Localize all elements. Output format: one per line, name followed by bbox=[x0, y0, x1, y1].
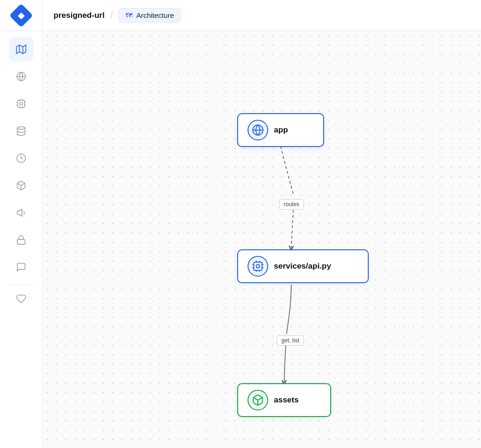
globe-icon bbox=[16, 71, 26, 82]
sidebar-item-megaphone[interactable] bbox=[9, 201, 33, 225]
svg-marker-0 bbox=[16, 45, 25, 54]
cpu-node-icon bbox=[252, 260, 264, 272]
heart-icon bbox=[16, 294, 26, 304]
node-app[interactable]: app bbox=[237, 113, 324, 147]
sidebar-item-cpu[interactable] bbox=[9, 92, 33, 116]
app-label: app bbox=[274, 125, 288, 135]
map-icon bbox=[16, 44, 26, 54]
logo-icon: ◆ bbox=[18, 10, 24, 21]
lock-icon bbox=[16, 235, 26, 245]
node-assets[interactable]: assets bbox=[237, 383, 331, 417]
tab-map-icon: 🗺 bbox=[125, 11, 132, 19]
svg-line-19 bbox=[280, 146, 294, 195]
svg-rect-6 bbox=[17, 100, 24, 108]
svg-rect-18 bbox=[17, 239, 25, 244]
sidebar: ◆ bbox=[0, 0, 42, 448]
tab-label: Architecture bbox=[136, 11, 174, 19]
megaphone-icon bbox=[16, 208, 26, 218]
sidebar-item-heart[interactable] bbox=[9, 290, 33, 315]
sidebar-nav bbox=[0, 31, 42, 448]
sidebar-item-globe[interactable] bbox=[9, 64, 33, 89]
svg-rect-23 bbox=[256, 265, 260, 268]
cpu-icon bbox=[16, 99, 26, 109]
svg-rect-5 bbox=[20, 102, 23, 105]
chat-icon bbox=[16, 262, 26, 272]
box-node-icon bbox=[252, 394, 264, 406]
sidebar-item-lock[interactable] bbox=[9, 228, 33, 252]
node-api[interactable]: services/api.py bbox=[237, 249, 369, 283]
globe-node-icon bbox=[252, 124, 264, 136]
svg-rect-24 bbox=[254, 262, 262, 270]
sidebar-item-database[interactable] bbox=[9, 119, 33, 143]
clock-icon bbox=[16, 153, 26, 163]
assets-label: assets bbox=[274, 395, 299, 405]
edge-label-routes: routes bbox=[279, 199, 304, 209]
api-label: services/api.py bbox=[274, 262, 331, 271]
architecture-tab[interactable]: 🗺 Architecture bbox=[118, 8, 181, 23]
api-icon-circle bbox=[248, 256, 268, 277]
sidebar-item-box[interactable] bbox=[9, 173, 33, 198]
edge-label-getlist: get, list bbox=[277, 335, 304, 346]
sidebar-item-architecture[interactable] bbox=[9, 37, 33, 62]
main-area: presigned-url / 🗺 Architecture bbox=[42, 0, 481, 448]
svg-point-15 bbox=[17, 127, 25, 130]
sidebar-divider bbox=[8, 285, 33, 285]
sidebar-item-chat[interactable] bbox=[9, 255, 33, 279]
topbar: presigned-url / 🗺 Architecture bbox=[42, 0, 481, 31]
project-name[interactable]: presigned-url bbox=[54, 11, 105, 20]
assets-icon-circle bbox=[248, 390, 268, 410]
breadcrumb-separator: / bbox=[110, 10, 113, 21]
database-icon bbox=[16, 126, 26, 136]
diagram-canvas: app routes services/api.py get, list bbox=[42, 31, 481, 448]
box-icon bbox=[16, 180, 26, 191]
svg-line-20 bbox=[291, 205, 294, 248]
app-icon-circle bbox=[248, 120, 268, 140]
sidebar-item-clock[interactable] bbox=[9, 146, 33, 170]
logo[interactable]: ◆ bbox=[0, 0, 42, 31]
